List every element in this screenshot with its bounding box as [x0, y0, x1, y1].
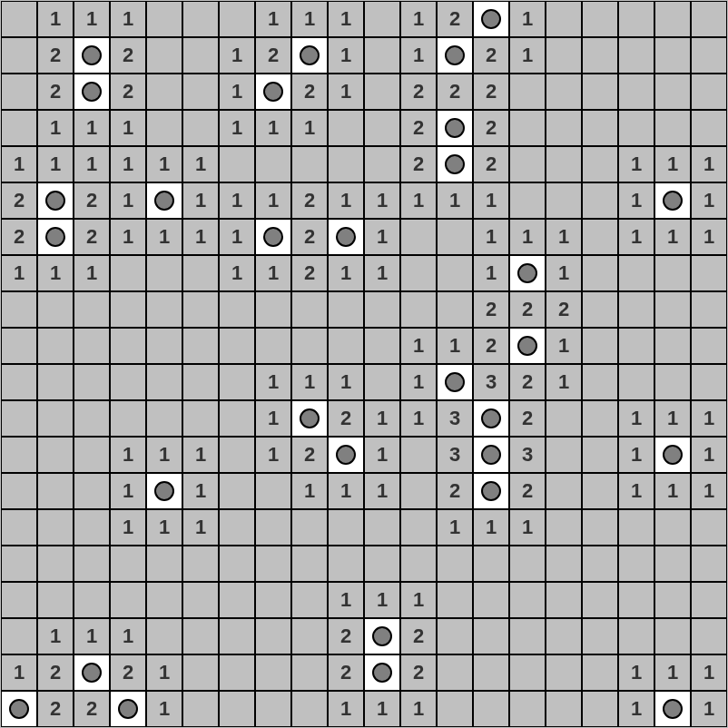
cell-empty[interactable] [110, 328, 146, 364]
cell-empty[interactable] [582, 182, 618, 219]
cell-empty[interactable] [691, 37, 727, 74]
cell-empty[interactable] [255, 654, 291, 691]
cell-empty[interactable] [37, 582, 74, 618]
cell-empty[interactable] [546, 582, 582, 618]
cell-number-2[interactable]: 2 [509, 473, 546, 509]
cell-number-1[interactable]: 1 [219, 74, 255, 110]
cell-number-1[interactable]: 1 [400, 1, 437, 37]
cell-empty[interactable] [618, 364, 654, 400]
cell-mine[interactable] [364, 654, 400, 691]
cell-number-1[interactable]: 1 [255, 1, 291, 37]
cell-mine[interactable] [37, 182, 74, 219]
cell-empty[interactable] [618, 509, 654, 546]
cell-empty[interactable] [146, 37, 182, 74]
cell-empty[interactable] [146, 618, 182, 654]
cell-empty[interactable] [219, 364, 255, 400]
cell-number-1[interactable]: 1 [146, 219, 182, 255]
cell-empty[interactable] [400, 509, 437, 546]
cell-empty[interactable] [1, 291, 37, 328]
cell-empty[interactable] [328, 146, 364, 182]
cell-number-1[interactable]: 1 [546, 255, 582, 291]
cell-empty[interactable] [582, 1, 618, 37]
cell-number-2[interactable]: 2 [473, 291, 509, 328]
cell-mine[interactable] [654, 437, 691, 473]
cell-empty[interactable] [546, 691, 582, 727]
cell-number-1[interactable]: 1 [291, 1, 328, 37]
cell-empty[interactable] [400, 291, 437, 328]
cell-number-1[interactable]: 1 [618, 691, 654, 727]
cell-empty[interactable] [546, 618, 582, 654]
cell-empty[interactable] [618, 74, 654, 110]
cell-empty[interactable] [219, 618, 255, 654]
cell-number-2[interactable]: 2 [110, 37, 146, 74]
cell-number-1[interactable]: 1 [328, 182, 364, 219]
cell-number-1[interactable]: 1 [509, 509, 546, 546]
cell-empty[interactable] [509, 146, 546, 182]
cell-empty[interactable] [582, 37, 618, 74]
cell-mine[interactable] [1, 691, 37, 727]
cell-empty[interactable] [654, 1, 691, 37]
cell-number-2[interactable]: 2 [400, 618, 437, 654]
cell-number-2[interactable]: 2 [473, 328, 509, 364]
cell-empty[interactable] [1, 437, 37, 473]
cell-number-1[interactable]: 1 [400, 328, 437, 364]
cell-number-1[interactable]: 1 [37, 255, 74, 291]
cell-number-1[interactable]: 1 [400, 37, 437, 74]
cell-empty[interactable] [618, 37, 654, 74]
cell-empty[interactable] [255, 509, 291, 546]
cell-empty[interactable] [654, 291, 691, 328]
cell-empty[interactable] [219, 546, 255, 582]
cell-number-2[interactable]: 2 [328, 618, 364, 654]
cell-number-1[interactable]: 1 [546, 328, 582, 364]
cell-empty[interactable] [74, 291, 110, 328]
cell-empty[interactable] [182, 328, 219, 364]
cell-number-1[interactable]: 1 [400, 400, 437, 437]
cell-mine[interactable] [74, 74, 110, 110]
cell-number-1[interactable]: 1 [691, 182, 727, 219]
cell-empty[interactable] [219, 582, 255, 618]
cell-mine[interactable] [473, 1, 509, 37]
cell-empty[interactable] [37, 291, 74, 328]
cell-number-1[interactable]: 1 [255, 255, 291, 291]
cell-mine[interactable] [509, 255, 546, 291]
cell-mine[interactable] [437, 364, 473, 400]
cell-number-2[interactable]: 2 [437, 473, 473, 509]
cell-empty[interactable] [1, 37, 37, 74]
cell-empty[interactable] [546, 1, 582, 37]
cell-empty[interactable] [582, 110, 618, 146]
cell-empty[interactable] [654, 618, 691, 654]
cell-number-1[interactable]: 1 [691, 473, 727, 509]
cell-empty[interactable] [691, 509, 727, 546]
cell-number-1[interactable]: 1 [219, 110, 255, 146]
cell-number-1[interactable]: 1 [110, 182, 146, 219]
cell-mine[interactable] [328, 437, 364, 473]
cell-mine[interactable] [146, 182, 182, 219]
cell-number-1[interactable]: 1 [691, 691, 727, 727]
cell-number-1[interactable]: 1 [146, 509, 182, 546]
cell-number-2[interactable]: 2 [473, 146, 509, 182]
cell-empty[interactable] [146, 328, 182, 364]
cell-empty[interactable] [182, 1, 219, 37]
cell-empty[interactable] [582, 146, 618, 182]
cell-empty[interactable] [328, 328, 364, 364]
cell-number-1[interactable]: 1 [364, 582, 400, 618]
cell-empty[interactable] [364, 291, 400, 328]
cell-empty[interactable] [219, 473, 255, 509]
cell-empty[interactable] [146, 110, 182, 146]
cell-mine[interactable] [146, 473, 182, 509]
cell-empty[interactable] [582, 437, 618, 473]
cell-empty[interactable] [473, 654, 509, 691]
cell-number-1[interactable]: 1 [473, 509, 509, 546]
cell-empty[interactable] [400, 473, 437, 509]
cell-number-2[interactable]: 2 [291, 74, 328, 110]
cell-empty[interactable] [328, 509, 364, 546]
cell-number-1[interactable]: 1 [328, 364, 364, 400]
cell-empty[interactable] [364, 509, 400, 546]
cell-number-2[interactable]: 2 [255, 37, 291, 74]
cell-mine[interactable] [255, 219, 291, 255]
cell-number-1[interactable]: 1 [328, 255, 364, 291]
cell-number-2[interactable]: 2 [110, 74, 146, 110]
cell-number-2[interactable]: 2 [1, 182, 37, 219]
cell-number-1[interactable]: 1 [691, 146, 727, 182]
cell-empty[interactable] [1, 473, 37, 509]
